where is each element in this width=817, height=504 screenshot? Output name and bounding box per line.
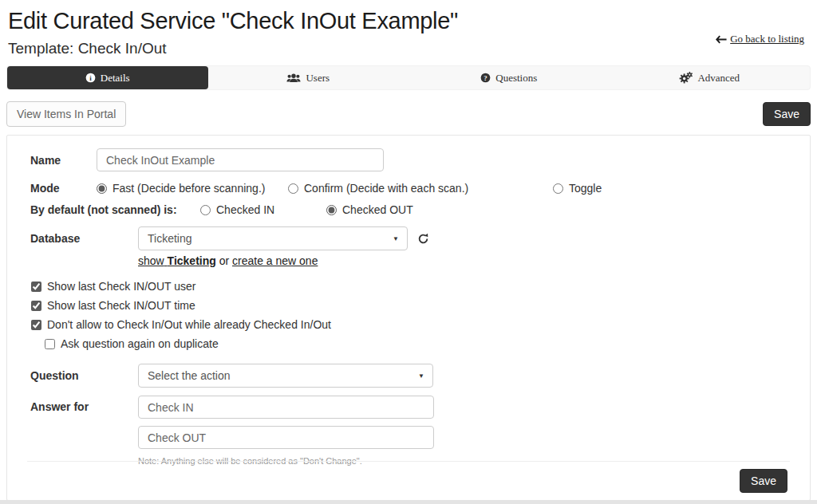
- mode-option-confirm[interactable]: Confirm (Decide with each scan.): [288, 182, 553, 195]
- page-header: Edit Curated Service "Check InOut Exampl…: [0, 0, 817, 57]
- mode-fast-radio[interactable]: [97, 183, 107, 194]
- show-last-time-label: Show last Check IN/OUT time: [47, 299, 195, 312]
- save-button-bottom[interactable]: Save: [740, 469, 787, 493]
- default-checked-out-label: Checked OUT: [342, 203, 413, 216]
- tab-questions-label: Questions: [495, 72, 537, 85]
- info-circle-icon: i: [85, 73, 96, 83]
- create-new-database-link[interactable]: create a new one: [232, 254, 318, 267]
- tab-details-label: Details: [101, 72, 130, 85]
- tab-questions[interactable]: ? Questions: [408, 66, 610, 89]
- tab-advanced-label: Advanced: [697, 72, 740, 85]
- details-form-panel: Name Mode Fast (Decide before scanning.)…: [6, 135, 811, 501]
- show-last-user-label: Show last Check IN/OUT user: [47, 280, 195, 293]
- show-last-user-checkbox[interactable]: [31, 282, 41, 292]
- default-checked-in-option[interactable]: Checked IN: [200, 203, 326, 216]
- toolbar: View Items In Portal Save: [6, 101, 811, 127]
- show-last-time-option[interactable]: Show last Check IN/OUT time: [31, 299, 787, 312]
- options-checkboxes: Show last Check IN/OUT user Show last Ch…: [31, 280, 787, 350]
- tab-advanced[interactable]: Advanced: [610, 66, 811, 89]
- question-select[interactable]: Select the action ▼: [138, 364, 433, 388]
- default-checked-in-label: Checked IN: [216, 203, 274, 216]
- name-row: Name: [30, 148, 787, 171]
- show-link-prefix: show: [138, 254, 164, 267]
- users-icon: [286, 73, 301, 83]
- dont-allow-duplicate-option[interactable]: Don't allow to Check In/Out while alread…: [31, 318, 787, 331]
- database-row: Database Ticketing ▼: [30, 226, 787, 250]
- database-label: Database: [30, 232, 138, 245]
- chevron-down-icon: ▼: [418, 372, 424, 380]
- show-last-user-option[interactable]: Show last Check IN/OUT user: [31, 280, 787, 293]
- answer-check-in-input[interactable]: [138, 396, 434, 419]
- ask-question-again-label: Ask question again on duplicate: [61, 337, 219, 350]
- database-selected-value: Ticketing: [148, 232, 192, 245]
- arrow-left-icon: [716, 35, 727, 44]
- footer-divider: [27, 461, 790, 462]
- mode-confirm-label: Confirm (Decide with each scan.): [304, 182, 468, 195]
- ask-question-again-checkbox[interactable]: [45, 339, 55, 349]
- mode-row: Mode Fast (Decide before scanning.) Conf…: [30, 182, 787, 195]
- show-database-link[interactable]: show Ticketing: [138, 254, 216, 267]
- go-back-label: Go back to listing: [730, 33, 804, 45]
- default-checked-out-option[interactable]: Checked OUT: [326, 203, 413, 216]
- mode-label: Mode: [30, 182, 97, 195]
- page-title: Edit Curated Service "Check InOut Exampl…: [8, 6, 807, 35]
- template-subtitle: Template: Check In/Out: [8, 40, 807, 57]
- dont-allow-duplicate-label: Don't allow to Check In/Out while alread…: [47, 318, 331, 331]
- tab-bar: i Details Users ? Questions Advanced: [6, 65, 811, 90]
- links-or-text: or: [216, 254, 232, 267]
- cogs-icon: [679, 72, 693, 84]
- name-input[interactable]: [97, 148, 384, 171]
- question-circle-icon: ?: [480, 73, 491, 83]
- dont-allow-duplicate-checkbox[interactable]: [31, 320, 41, 330]
- tab-details[interactable]: i Details: [7, 66, 208, 89]
- question-label: Question: [30, 369, 138, 382]
- question-selected-value: Select the action: [148, 369, 231, 382]
- mode-toggle-label: Toggle: [569, 182, 602, 195]
- answer-for-label: Answer for: [30, 396, 138, 413]
- show-last-time-checkbox[interactable]: [31, 301, 41, 311]
- tab-users-label: Users: [306, 72, 330, 85]
- answer-check-out-row: [30, 426, 787, 449]
- chevron-down-icon: ▼: [393, 235, 399, 242]
- mode-option-fast[interactable]: Fast (Decide before scanning.): [97, 182, 288, 195]
- save-button-top[interactable]: Save: [763, 102, 811, 126]
- refresh-database-button[interactable]: [417, 233, 429, 245]
- default-state-label: By default (not scanned) is:: [30, 203, 200, 216]
- page-bottom-strip: [0, 500, 817, 504]
- edit-curated-service-page: Edit Curated Service "Check InOut Exampl…: [0, 0, 817, 504]
- answer-for-row: Answer for: [30, 396, 787, 419]
- database-select[interactable]: Ticketing ▼: [138, 226, 408, 250]
- show-link-target: Ticketing: [168, 254, 216, 267]
- ask-question-again-option[interactable]: Ask question again on duplicate: [45, 337, 787, 350]
- svg-text:?: ?: [484, 74, 487, 82]
- view-items-in-portal-button[interactable]: View Items In Portal: [6, 101, 126, 127]
- answer-check-out-input[interactable]: [138, 426, 434, 449]
- database-links: show Ticketing or create a new one: [138, 254, 787, 267]
- default-checked-in-radio[interactable]: [200, 205, 211, 215]
- answer-spacer: [30, 426, 138, 431]
- name-label: Name: [30, 154, 97, 167]
- default-checked-out-radio[interactable]: [326, 205, 337, 215]
- default-state-row: By default (not scanned) is: Checked IN …: [30, 203, 787, 216]
- go-back-link[interactable]: Go back to listing: [716, 33, 804, 45]
- question-row: Question Select the action ▼: [30, 364, 787, 388]
- refresh-icon: [417, 233, 429, 245]
- mode-fast-label: Fast (Decide before scanning.): [112, 182, 265, 195]
- mode-option-toggle[interactable]: Toggle: [553, 182, 602, 195]
- tab-users[interactable]: Users: [208, 66, 409, 89]
- mode-toggle-radio[interactable]: [553, 183, 563, 194]
- mode-confirm-radio[interactable]: [288, 183, 298, 194]
